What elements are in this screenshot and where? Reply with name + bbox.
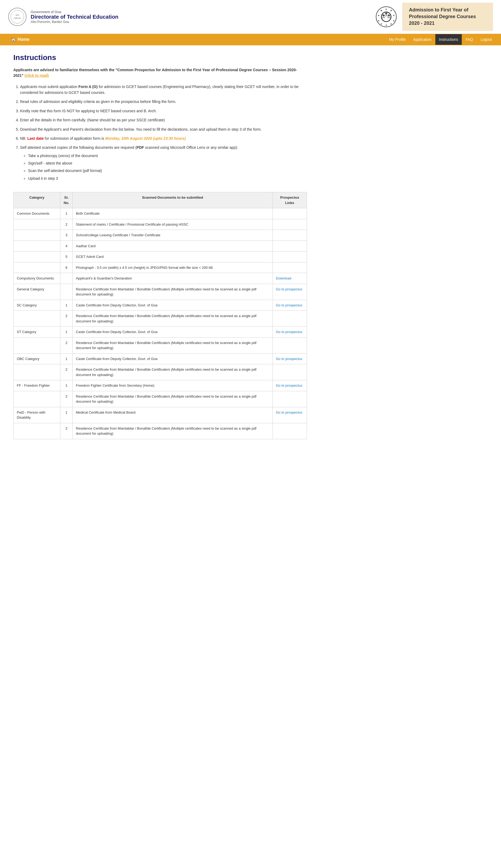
cell-category	[14, 230, 60, 241]
cell-link	[273, 391, 307, 407]
cell-category: OBC Category	[14, 353, 60, 364]
cell-link[interactable]: Go to prospectus	[273, 300, 307, 311]
table-row: 5GCET Admit Card	[14, 252, 307, 262]
cell-document: Medical Certificate from Medical Board	[73, 407, 273, 423]
prospectus-link[interactable]: (click to read)	[24, 73, 49, 78]
govt-logo: GOI EMBLEM	[8, 8, 27, 26]
prospectus-link[interactable]: Go to prospectus	[276, 383, 302, 387]
cell-document: Caste Certificate from Deputy Collector,…	[73, 327, 273, 338]
cell-document: Photograph : 3.5 cm (width) x 4.5 cm (he…	[73, 262, 273, 273]
nav-my-profile[interactable]: My Profile	[385, 34, 409, 45]
cell-category	[14, 219, 60, 230]
home-label: Home	[18, 37, 29, 42]
instruction-6: NB: Last date for submission of applicat…	[20, 135, 307, 141]
cell-sr: 1	[60, 327, 73, 338]
table-row: OBC Category1Caste Certificate from Depu…	[14, 353, 307, 364]
instruction-5: Download the Applicant's and Parent's de…	[20, 127, 307, 132]
cell-sr: 5	[60, 252, 73, 262]
cell-link	[273, 262, 307, 273]
cell-link[interactable]: Go to prospectus	[273, 284, 307, 300]
cell-category: SC Category	[14, 300, 60, 311]
cell-category	[14, 423, 60, 439]
cell-sr: 1	[60, 208, 73, 219]
cell-document: Statement of marks / Certificate / Provi…	[73, 219, 273, 230]
svg-text:GOI: GOI	[16, 14, 19, 16]
sub-instructions: Take a photocopy (xerox) of the document…	[20, 153, 307, 182]
prospectus-link[interactable]: Download	[276, 276, 291, 280]
cell-link[interactable]: Go to prospectus	[273, 407, 307, 423]
table-row: 2Residence Certificate from Mamlatdar / …	[14, 391, 307, 407]
govt-label: Government of Goa	[31, 10, 370, 14]
sub-instruction-4: Upload it in step 3	[28, 175, 307, 181]
sub-instruction-1: Take a photocopy (xerox) of the document	[28, 153, 307, 159]
cell-document: GCET Admit Card	[73, 252, 273, 262]
table-row: General CategoryResidence Certificate fr…	[14, 284, 307, 300]
table-row: 2Residence Certificate from Mamlatdar / …	[14, 311, 307, 327]
prospectus-link[interactable]: Go to prospectus	[276, 410, 302, 414]
cell-link[interactable]: Download	[273, 273, 307, 284]
location-label: Alto-Porvorim, Bardez Goa	[31, 20, 370, 24]
cell-category: Compulsory Documents	[14, 273, 60, 284]
table-row: PwD - Person with Disability1Medical Cer…	[14, 407, 307, 423]
table-row: 2Residence Certificate from Mamlatdar / …	[14, 423, 307, 439]
table-row: FF - Freedom Fighter1Freedom Fighter Cer…	[14, 380, 307, 391]
table-row: 2Residence Certificate from Mamlatdar / …	[14, 364, 307, 380]
cell-document: Aadhar Card	[73, 241, 273, 252]
sub-instruction-3: Scan the self-attested document (pdf for…	[28, 168, 307, 174]
instruction-2: Read rules of admission and eligibility …	[20, 99, 307, 105]
documents-table: Category Sr.No. Scanned Documents to be …	[13, 192, 307, 439]
home-link[interactable]: 🏠 Home	[6, 34, 35, 45]
cell-sr: 1	[60, 380, 73, 391]
table-header-row: Category Sr.No. Scanned Documents to be …	[14, 192, 307, 208]
table-row: Compulsory DocumentsApplicant's & Guardi…	[14, 273, 307, 284]
cell-sr: 4	[60, 241, 73, 252]
cell-sr: 2	[60, 311, 73, 327]
nav-links: My Profile Application Instructions FAQ …	[385, 34, 495, 45]
prospectus-link[interactable]: Go to prospectus	[276, 303, 302, 307]
cell-category	[14, 391, 60, 407]
cell-link	[273, 252, 307, 262]
table-row: 2Residence Certificate from Mamlatdar / …	[14, 337, 307, 353]
cell-sr: 2	[60, 423, 73, 439]
cell-category	[14, 337, 60, 353]
nav-logout[interactable]: Logout	[477, 34, 495, 45]
cell-sr: 2	[60, 219, 73, 230]
cell-link	[273, 241, 307, 252]
cell-document: Residence Certificate from Mamlatdar / B…	[73, 391, 273, 407]
cell-document: Caste Certificate from Deputy Collector,…	[73, 300, 273, 311]
nav-faq[interactable]: FAQ	[462, 34, 477, 45]
cell-link[interactable]: Go to prospectus	[273, 327, 307, 338]
prospectus-link[interactable]: Go to prospectus	[276, 287, 302, 291]
cell-sr	[60, 284, 73, 300]
instruction-1: Applicants must submit application Form …	[20, 84, 307, 96]
prospectus-link[interactable]: Go to prospectus	[276, 357, 302, 361]
col-sr: Sr.No.	[60, 192, 73, 208]
intro-body: Applicants are advised to familiarize th…	[13, 68, 297, 78]
cell-category	[14, 241, 60, 252]
table-row: 2Statement of marks / Certificate / Prov…	[14, 219, 307, 230]
cell-link	[273, 230, 307, 241]
prospectus-link[interactable]: Go to prospectus	[276, 330, 302, 334]
nav-application[interactable]: Application	[409, 34, 435, 45]
svg-point-6	[383, 14, 385, 17]
cell-document: Freedom Fighter Certificate from Secreta…	[73, 380, 273, 391]
cell-sr: 1	[60, 407, 73, 423]
cell-sr: 3	[60, 230, 73, 241]
cell-link	[273, 337, 307, 353]
cell-link[interactable]: Go to prospectus	[273, 380, 307, 391]
navigation: 🏠 Home My Profile Application Instructio…	[0, 34, 501, 45]
svg-point-0	[9, 8, 26, 26]
cell-link	[273, 208, 307, 219]
cell-sr	[60, 273, 73, 284]
col-category: Category	[14, 192, 60, 208]
cell-link[interactable]: Go to prospectus	[273, 353, 307, 364]
cell-category: General Category	[14, 284, 60, 300]
instruction-7: Self attested scanned copies of the foll…	[20, 144, 307, 181]
col-links: Prospectus Links	[273, 192, 307, 208]
cell-document: Birth Certificate	[73, 208, 273, 219]
nav-instructions[interactable]: Instructions	[435, 34, 462, 45]
header-text: Government of Goa Directorate of Technic…	[31, 10, 370, 24]
cell-document: Residence Certificate from Mamlatdar / B…	[73, 364, 273, 380]
cell-sr: 2	[60, 364, 73, 380]
svg-point-8	[385, 12, 387, 15]
